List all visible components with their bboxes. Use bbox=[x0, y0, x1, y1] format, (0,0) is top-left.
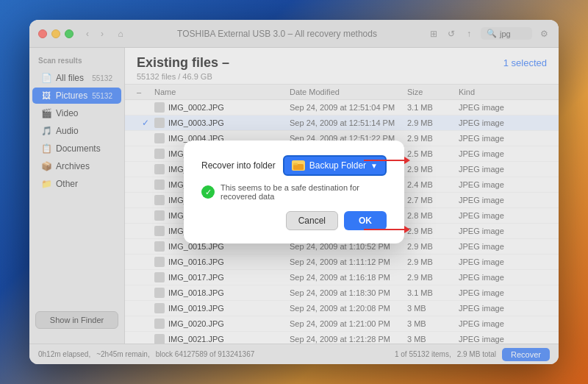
recover-into-folder-label: Recover into folder bbox=[201, 160, 276, 171]
svg-rect-1 bbox=[293, 163, 298, 165]
dialog-folder-row: Recover into folder Backup Folder ▼ bbox=[201, 155, 387, 176]
folder-name-label: Backup Folder bbox=[309, 160, 366, 171]
folder-icon bbox=[292, 160, 305, 171]
app-window: ‹ › ⌂ TOSHIBA External USB 3.0 – All rec… bbox=[29, 20, 559, 364]
dialog-container: Recover into folder Backup Folder ▼ bbox=[184, 141, 404, 243]
safe-checkmark-icon: ✓ bbox=[201, 185, 215, 199]
dialog-buttons: Cancel OK bbox=[201, 211, 387, 230]
safe-message-text: This seems to be a safe destination for … bbox=[220, 183, 387, 201]
arrow-ok bbox=[364, 226, 410, 233]
cancel-button[interactable]: Cancel bbox=[286, 211, 338, 230]
overlay-backdrop: Recover into folder Backup Folder ▼ bbox=[29, 20, 559, 364]
safe-message-row: ✓ This seems to be a safe destination fo… bbox=[201, 183, 387, 201]
arrow-folder bbox=[364, 157, 410, 164]
